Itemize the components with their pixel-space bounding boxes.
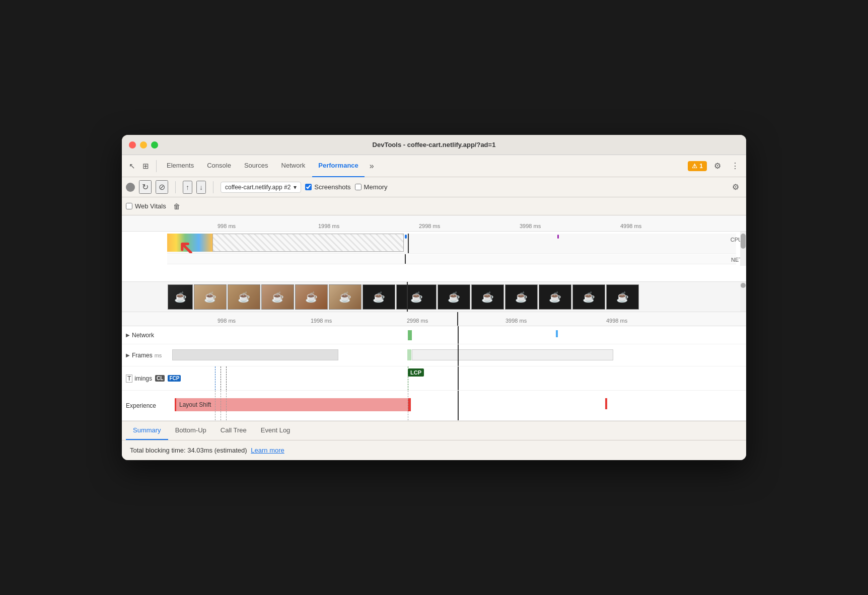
network-label: Network bbox=[132, 332, 154, 339]
tab-elements[interactable]: Elements bbox=[161, 155, 200, 177]
frames-label: Frames bbox=[132, 352, 153, 359]
detail-tick-1998: 1998 ms bbox=[311, 318, 332, 324]
cl-badge: CL bbox=[155, 375, 165, 382]
tab-event-log[interactable]: Event Log bbox=[254, 421, 298, 440]
detail-tick-3998: 3998 ms bbox=[505, 318, 527, 324]
tab-bottom-up[interactable]: Bottom-Up bbox=[168, 421, 213, 440]
frames-track: ▶ Frames ms 1933.3 ms 1433.3 ms bbox=[122, 344, 746, 366]
screenshot-thumb[interactable] bbox=[471, 284, 504, 310]
window-title: DevTools - coffee-cart.netlify.app/?ad=1 bbox=[373, 141, 496, 148]
overview-panel: ➜ CPU NET bbox=[122, 232, 746, 282]
refresh-icon: ↻ bbox=[142, 183, 149, 191]
screenshot-thumb[interactable] bbox=[228, 284, 260, 310]
overview-ruler: 998 ms 1998 ms 2998 ms 3998 ms 4998 ms bbox=[122, 215, 746, 232]
screenshot-thumb[interactable] bbox=[572, 284, 605, 310]
screenshot-thumb[interactable] bbox=[363, 284, 395, 310]
screenshot-thumb[interactable] bbox=[194, 284, 227, 310]
screenshot-thumb[interactable] bbox=[329, 284, 361, 310]
overview-scrollbar[interactable] bbox=[740, 232, 746, 266]
status-bar: Total blocking time: 34.03ms (estimated)… bbox=[122, 440, 746, 460]
layers-icon: ⊞ bbox=[142, 162, 149, 171]
screenshots-checkbox-label[interactable]: Screenshots bbox=[305, 183, 350, 191]
download-button[interactable]: ↓ bbox=[196, 181, 206, 194]
alert-icon: ⚠ bbox=[692, 163, 697, 170]
tab-sources[interactable]: Sources bbox=[238, 155, 274, 177]
screenshot-scrollbar[interactable] bbox=[740, 282, 746, 312]
capture-settings-button[interactable]: ⚙ bbox=[729, 180, 742, 194]
gear-icon: ⚙ bbox=[714, 162, 721, 170]
more-tabs-button[interactable]: » bbox=[366, 160, 378, 173]
tick-2998-top: 2998 ms bbox=[419, 223, 440, 229]
download-icon: ↓ bbox=[199, 183, 203, 191]
maximize-button[interactable] bbox=[151, 141, 158, 148]
gear-icon-2: ⚙ bbox=[732, 183, 739, 191]
screenshot-thumb[interactable] bbox=[539, 284, 571, 310]
tab-console[interactable]: Console bbox=[201, 155, 237, 177]
screenshots-label: Screenshots bbox=[314, 183, 350, 191]
titlebar: DevTools - coffee-cart.netlify.app/?ad=1 bbox=[122, 135, 746, 155]
screenshot-thumb[interactable] bbox=[438, 284, 470, 310]
screenshot-thumb[interactable] bbox=[295, 284, 328, 310]
screenshot-thumb[interactable] bbox=[396, 284, 437, 310]
screenshot-thumb[interactable] bbox=[606, 284, 639, 310]
settings-button[interactable]: ⚙ bbox=[711, 159, 724, 173]
bottom-tabs: Summary Bottom-Up Call Tree Event Log bbox=[122, 421, 746, 440]
screenshots-checkbox[interactable] bbox=[305, 184, 312, 190]
separator2 bbox=[175, 181, 176, 193]
timeline-area: 998 ms 1998 ms 2998 ms 3998 ms 4998 ms ➜ bbox=[122, 215, 746, 421]
network-expand-icon[interactable]: ▶ bbox=[126, 332, 130, 338]
experience-track: Experience Layout Shift bbox=[122, 391, 746, 421]
tab-summary[interactable]: Summary bbox=[126, 421, 168, 440]
more-options-button[interactable]: ⋮ bbox=[728, 159, 742, 173]
tab-performance[interactable]: Performance bbox=[312, 155, 364, 177]
layout-shift-bar-label: Layout Shift bbox=[179, 401, 211, 408]
layers-button[interactable]: ⊞ bbox=[139, 160, 152, 173]
traffic-lights bbox=[129, 141, 158, 148]
status-text: Total blocking time: 34.03ms (estimated) bbox=[130, 447, 247, 454]
trash-button[interactable]: 🗑 bbox=[170, 200, 183, 212]
learn-more-link[interactable]: Learn more bbox=[251, 447, 284, 454]
tab-network[interactable]: Network bbox=[275, 155, 312, 177]
network-track-content bbox=[172, 326, 746, 344]
detail-tick-998: 998 ms bbox=[218, 318, 236, 324]
tick-4998-top: 4998 ms bbox=[620, 223, 641, 229]
tick-3998-top: 3998 ms bbox=[520, 223, 541, 229]
tick-998-top: 998 ms bbox=[218, 223, 236, 229]
pointer-tool-button[interactable]: ↖ bbox=[126, 160, 138, 173]
devtools-window: DevTools - coffee-cart.netlify.app/?ad=1… bbox=[122, 135, 746, 460]
lcp-badge: LCP bbox=[408, 368, 424, 377]
main-toolbar: ↖ ⊞ Elements Console Sources Network Per… bbox=[122, 155, 746, 177]
memory-checkbox-label[interactable]: Memory bbox=[355, 183, 388, 191]
web-vitals-checkbox[interactable] bbox=[126, 203, 132, 209]
record-button[interactable] bbox=[126, 183, 135, 192]
minimize-button[interactable] bbox=[140, 141, 147, 148]
trash-icon: 🗑 bbox=[173, 202, 180, 210]
upload-icon: ↑ bbox=[186, 183, 189, 191]
stop-icon: ⊘ bbox=[159, 183, 165, 191]
frames-expand-icon[interactable]: ▶ bbox=[126, 352, 130, 358]
memory-label: Memory bbox=[364, 183, 388, 191]
screenshots-strip bbox=[122, 282, 746, 312]
web-vitals-label: Web Vitals bbox=[135, 202, 166, 210]
alert-badge-button[interactable]: ⚠ 1 bbox=[688, 161, 707, 171]
close-button[interactable] bbox=[129, 141, 136, 148]
timings-track-content: LCP bbox=[172, 366, 746, 390]
timings-label-text: imings bbox=[134, 375, 152, 382]
frames-ms-label: ms bbox=[155, 352, 162, 358]
tab-call-tree[interactable]: Call Tree bbox=[213, 421, 254, 440]
screenshot-thumb[interactable] bbox=[168, 284, 193, 310]
experience-track-content: Layout Shift bbox=[172, 391, 746, 420]
separator3 bbox=[213, 181, 213, 193]
refresh-button[interactable]: ↻ bbox=[139, 180, 152, 194]
timings-label: T bbox=[126, 375, 132, 383]
frames-track-content: 1933.3 ms 1433.3 ms bbox=[172, 344, 746, 366]
url-text: coffee-cart.netlify.app #2 bbox=[225, 184, 291, 191]
memory-checkbox[interactable] bbox=[355, 184, 361, 190]
screenshot-thumb[interactable] bbox=[505, 284, 538, 310]
detail-tick-4998: 4998 ms bbox=[606, 318, 627, 324]
web-vitals-checkbox-label[interactable]: Web Vitals bbox=[126, 202, 166, 210]
stop-button[interactable]: ⊘ bbox=[156, 180, 168, 194]
url-selector[interactable]: coffee-cart.netlify.app #2 ▾ bbox=[221, 182, 301, 193]
screenshot-thumb[interactable] bbox=[261, 284, 294, 310]
upload-button[interactable]: ↑ bbox=[183, 181, 192, 194]
